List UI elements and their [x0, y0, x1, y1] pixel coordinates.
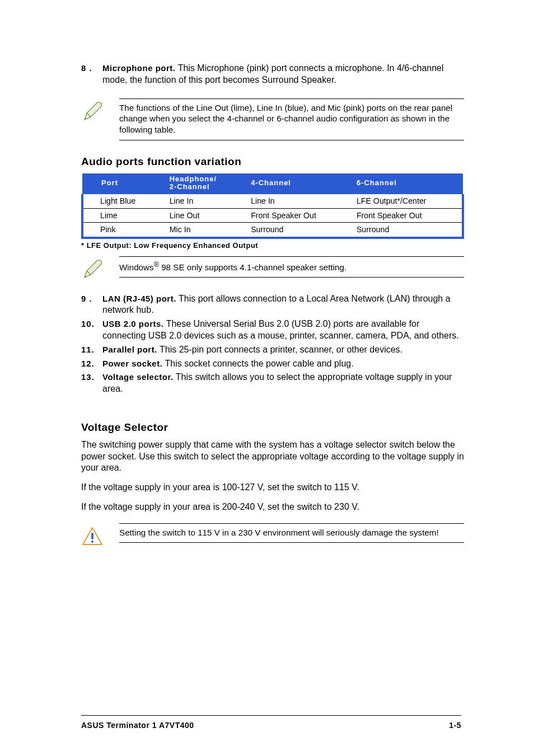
item-number: 8 . [81, 63, 102, 86]
item-text: This socket connects the power cable and… [162, 359, 353, 368]
audio-ports-heading: Audio ports function variation [81, 155, 464, 169]
item-title: Microphone port. [102, 63, 176, 73]
table-row: Pink Mic In Surround Surround [82, 223, 463, 238]
item-body: Power socket. This socket connects the p… [102, 358, 464, 370]
warning-text: Setting the switch to 115 V in a 230 V e… [119, 523, 464, 543]
warning-block: Setting the switch to 115 V in a 230 V e… [81, 523, 464, 548]
list-item-12: 12. Power socket. This socket connects t… [81, 358, 464, 370]
item-title: USB 2.0 ports. [102, 319, 164, 328]
item-number: 11. [81, 344, 102, 356]
item-number: 9 . [81, 293, 102, 317]
cell: Surround [350, 223, 463, 238]
table-row: Lime Line Out Front Speaker Out Front Sp… [82, 208, 463, 222]
item-title: LAN (RJ-45) port. [102, 294, 176, 303]
note-text: The functions of the Line Out (lime), Li… [119, 98, 464, 140]
cell: Pink [82, 223, 163, 238]
th-6channel: 6-Channel [350, 173, 463, 195]
page-footer: ASUS Terminator 1 A7VT400 1-5 [81, 715, 461, 730]
item-body: Microphone port. This Microphone (pink) … [102, 63, 464, 86]
note-block: The functions of the Line Out (lime), Li… [81, 98, 464, 140]
svg-point-1 [91, 541, 93, 543]
note-text: Windows® 98 SE only supports 4.1-channel… [119, 256, 464, 278]
item-number: 13. [81, 372, 102, 395]
item-number: 12. [81, 358, 102, 370]
cell: Line In [163, 194, 244, 208]
th-4channel: 4-Channel [244, 173, 350, 195]
pencil-note-icon [81, 259, 104, 281]
item-body: Parallel port. This 25-pin port connects… [102, 344, 464, 356]
voltage-selector-heading: Voltage Selector [81, 421, 464, 435]
pencil-note-icon [81, 101, 104, 123]
voltage-para-3: If the voltage supply in your area is 20… [81, 501, 464, 513]
cell: Surround [244, 223, 350, 238]
item-body: LAN (RJ-45) port. This port allows conne… [102, 293, 464, 317]
audio-ports-table: Port Headphone/2-Channel 4-Channel 6-Cha… [81, 173, 464, 239]
item-title: Voltage selector. [102, 372, 174, 382]
item-text: This 25-pin port connects a printer, sca… [157, 345, 402, 354]
footer-product: ASUS Terminator 1 A7VT400 [81, 720, 194, 730]
th-headphone: Headphone/2-Channel [163, 173, 244, 195]
lfe-footnote: * LFE Output: Low Frequency Enhanced Out… [81, 241, 464, 251]
cell: Line In [244, 194, 350, 208]
th-port: Port [82, 173, 163, 195]
cell: Line Out [163, 208, 244, 222]
cell: Mic In [163, 223, 244, 238]
list-item-8: 8 . Microphone port. This Microphone (pi… [81, 63, 464, 86]
item-body: USB 2.0 ports. These Universal Serial Bu… [102, 318, 464, 342]
note-block: Windows® 98 SE only supports 4.1-channel… [81, 256, 464, 281]
item-body: Voltage selector. This switch allows you… [102, 372, 464, 395]
cell: Lime [82, 208, 163, 222]
cell: LFE Output*/Center [350, 194, 463, 208]
list-item-11: 11. Parallel port. This 25-pin port conn… [81, 344, 464, 356]
cell: Light Blue [82, 194, 163, 208]
list-item-13: 13. Voltage selector. This switch allows… [81, 372, 464, 395]
cell: Front Speaker Out [350, 208, 463, 222]
footer-page-number: 1-5 [449, 720, 461, 730]
voltage-para-1: The switching power supply that came wit… [81, 439, 464, 474]
item-title: Power socket. [102, 359, 162, 368]
svg-rect-0 [91, 533, 93, 539]
item-title: Parallel port. [102, 345, 157, 354]
list-item-9: 9 . LAN (RJ-45) port. This port allows c… [81, 293, 464, 317]
list-item-10: 10. USB 2.0 ports. These Universal Seria… [81, 318, 464, 342]
item-number: 10. [81, 318, 102, 342]
voltage-para-2: If the voltage supply in your area is 10… [81, 482, 464, 494]
warning-icon [81, 525, 104, 548]
table-row: Light Blue Line In Line In LFE Output*/C… [82, 194, 463, 208]
cell: Front Speaker Out [244, 208, 350, 222]
